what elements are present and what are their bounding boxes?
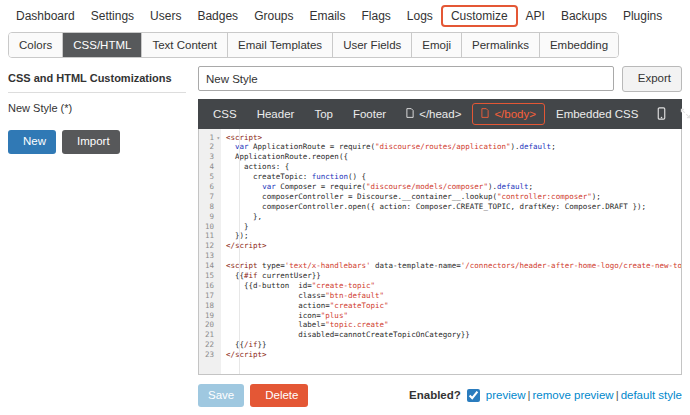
customizations-sidebar: CSS and HTML Customizations New Style (*… [8,66,186,407]
export-button-label: Export [638,73,671,85]
delete-button[interactable]: Delete [250,384,308,408]
top-nav-item-settings[interactable]: Settings [83,5,142,27]
editor-tab-label: </body> [494,108,536,120]
sub-nav-tab-colors[interactable]: Colors [9,33,63,57]
default-style-link[interactable]: default style [621,389,682,401]
top-nav-item-badges[interactable]: Badges [189,5,246,27]
gutter-line-number: 22 [199,340,214,350]
enabled-checkbox[interactable] [467,389,480,402]
editor-toolbar: CSSHeaderTopFooter</head></body>Embedded… [198,99,682,129]
code-line[interactable]: disabled=cannotCreateTopicOnCategory}} [226,330,681,340]
editor-panel: Export CSSHeaderTopFooter</head></body>E… [198,66,682,407]
editor-tab-label: Embedded CSS [556,108,638,120]
file-icon [406,108,414,120]
code-editor: 1▾234567891011121314151617181920212223 <… [198,129,682,375]
import-button[interactable]: Import [62,130,120,154]
editor-tab-head[interactable]: </head> [397,103,470,125]
top-nav-item-emails[interactable]: Emails [301,5,353,27]
editor-tab-body[interactable]: </body> [472,103,545,125]
code-line[interactable]: actions: { [226,162,681,172]
code-line[interactable]: composerController.open({ action: Compos… [226,202,681,212]
top-nav-item-dashboard[interactable]: Dashboard [8,5,83,27]
editor-tab-label: </head> [419,108,461,120]
code-line[interactable]: </script> [226,350,681,360]
editor-gutter: 1▾234567891011121314151617181920212223 [199,129,221,374]
sub-nav-tab-css-html[interactable]: CSS/HTML [63,33,142,57]
sub-nav-tab-emoji[interactable]: Emoji [412,33,462,57]
delete-button-label: Delete [265,390,298,402]
gutter-line-number: 16 [199,281,214,291]
code-line[interactable]: } [226,222,681,232]
customize-sub-nav-row: ColorsCSS/HTMLText ContentEmail Template… [0,30,690,58]
gutter-line-number: 20 [199,320,214,330]
code-line[interactable]: ApplicationRoute.reopen({ [226,152,681,162]
mobile-icon[interactable] [651,104,672,123]
top-nav-item-backups[interactable]: Backups [553,5,615,27]
code-line[interactable]: class="btn-default" [226,291,681,301]
gutter-line-number: 6 [199,182,214,192]
fold-arrow-icon[interactable]: ▾ [216,133,220,143]
code-line[interactable]: label="topic.create" [226,320,681,330]
top-nav-item-groups[interactable]: Groups [246,5,301,27]
editor-tab-header[interactable]: Header [248,103,304,125]
editor-tab-label: Footer [353,108,386,120]
editor-tab-embedded-css[interactable]: Embedded CSS [547,103,647,125]
style-name-input[interactable] [198,66,614,91]
editor-tab-top[interactable]: Top [305,103,342,125]
top-nav-item-api[interactable]: API [518,5,553,27]
content-area: CSS and HTML Customizations New Style (*… [0,58,690,407]
remove-preview-link[interactable]: remove preview [532,389,613,401]
editor-tab-footer[interactable]: Footer [344,103,395,125]
gutter-line-number: 11 [199,231,214,241]
sub-nav-tab-embedding[interactable]: Embedding [540,33,618,57]
gutter-line-number: 14 [199,261,214,271]
editor-tab-css[interactable]: CSS [204,103,246,125]
code-line[interactable]: <script> [226,133,681,143]
preview-link[interactable]: preview [486,389,526,401]
sub-nav-tab-text-content[interactable]: Text Content [142,33,228,57]
top-nav-item-logs[interactable]: Logs [399,5,441,27]
customization-item[interactable]: New Style (*) [8,93,186,124]
code-line[interactable]: }, [226,212,681,222]
code-area[interactable]: <script> var ApplicationRoute = require(… [221,129,681,374]
top-nav-item-flags[interactable]: Flags [354,5,399,27]
discourse-admin-page: DashboardSettingsUsersBadgesGroupsEmails… [0,0,690,415]
editor-footer: Save Delete Enabled? preview|remove prev… [198,384,682,408]
code-line[interactable]: <script type='text/x-handlebars' data-te… [226,261,681,271]
style-name-row: Export [198,66,682,92]
code-line[interactable]: createTopic: function() { [226,172,681,182]
gutter-line-number: 2 [199,142,214,152]
code-line[interactable]: {{#if currentUser}} [226,271,681,281]
code-line[interactable]: }); [226,231,681,241]
code-line[interactable]: composerController = Discourse.__contain… [226,192,681,202]
link-separator: | [614,389,621,401]
code-line[interactable]: </script> [226,241,681,251]
code-line[interactable]: icon="plus" [226,311,681,321]
export-button[interactable]: Export [622,66,682,92]
admin-top-nav: DashboardSettingsUsersBadgesGroupsEmails… [0,0,690,30]
sub-nav-tab-email-templates[interactable]: Email Templates [228,33,333,57]
gutter-line-number: 4 [199,162,214,172]
editor-tab-label: CSS [213,108,237,120]
gutter-line-number: 8 [199,202,214,212]
gutter-line-number: 21 [199,330,214,340]
file-icon [481,108,489,120]
code-line[interactable]: action="createTopic" [226,301,681,311]
top-nav-item-customize[interactable]: Customize [441,5,518,27]
save-button[interactable]: Save [198,384,244,408]
gutter-line-number: 23 [199,350,214,360]
code-line[interactable]: {{/if}} [226,340,681,350]
sub-nav-tab-permalinks[interactable]: Permalinks [462,33,540,57]
expand-icon[interactable] [674,105,690,122]
top-nav-item-plugins[interactable]: Plugins [615,5,670,27]
gutter-line-number: 12 [199,241,214,251]
code-line[interactable]: var Composer = require("discourse/models… [226,182,681,192]
code-line[interactable]: {{d-button id="create-topic" [226,281,681,291]
top-nav-item-users[interactable]: Users [142,5,189,27]
new-style-button[interactable]: New [8,130,56,154]
code-line[interactable]: var ApplicationRoute = require("discours… [226,142,681,152]
sidebar-title: CSS and HTML Customizations [8,66,186,93]
code-line[interactable] [226,251,681,261]
new-button-label: New [23,136,46,148]
sub-nav-tab-user-fields[interactable]: User Fields [333,33,412,57]
